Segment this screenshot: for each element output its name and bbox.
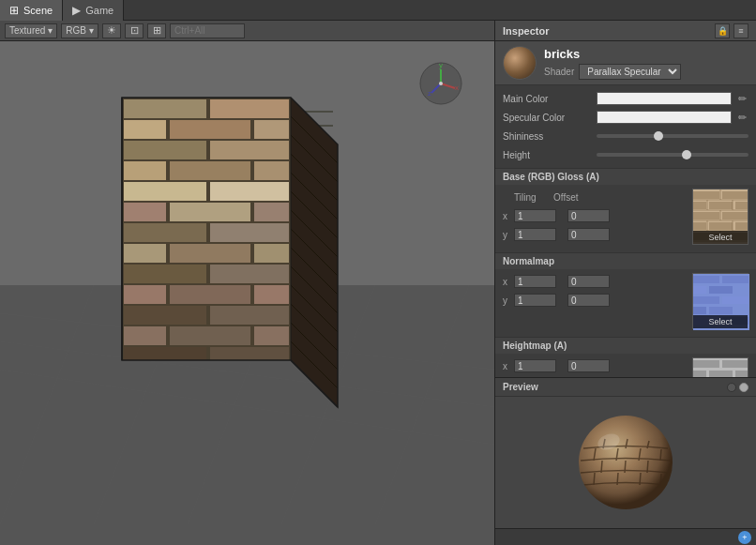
base-x-label: x <box>503 211 510 221</box>
svg-rect-45 <box>124 285 166 304</box>
svg-rect-51 <box>170 326 250 345</box>
tab-scene[interactable]: ⊞ Scene <box>0 0 63 21</box>
svg-rect-33 <box>124 182 206 201</box>
svg-rect-86 <box>709 202 733 209</box>
normalmap-params: x y <box>503 273 685 329</box>
viewport-canvas: y x z <box>0 41 494 545</box>
inspector-header: Inspector 🔒 ≡ <box>495 21 756 41</box>
grid-btn[interactable]: ⊞ <box>147 23 166 38</box>
svg-rect-49 <box>210 306 289 325</box>
viewport-mode-label: Textured <box>9 25 45 36</box>
svg-rect-24 <box>210 99 289 118</box>
heightmap-offset-x-input[interactable] <box>567 359 610 372</box>
heightmap-content: x y <box>495 354 756 377</box>
svg-rect-87 <box>735 202 748 209</box>
shader-dropdown[interactable]: Parallax Specular <box>579 64 681 80</box>
svg-rect-34 <box>210 182 289 201</box>
normalmap-tiling-x-input[interactable] <box>514 275 556 288</box>
material-shader-row: Shader Parallax Specular <box>544 64 748 80</box>
heightmap-params: x y <box>503 357 685 377</box>
normalmap-thumb[interactable]: Select <box>692 273 748 329</box>
svg-rect-28 <box>124 141 206 159</box>
base-offset-y-input[interactable] <box>567 228 610 241</box>
normalmap-x-row: x <box>503 273 685 290</box>
base-offset-x-input[interactable] <box>567 209 610 222</box>
svg-line-145 <box>640 473 641 485</box>
svg-rect-26 <box>170 120 250 139</box>
material-info: bricks Shader Parallax Specular <box>544 47 748 80</box>
bottom-bar: + <box>495 528 756 545</box>
main-layout: Textured ▾ RGB ▾ ☀ ⊡ ⊞ <box>0 21 756 545</box>
main-color-value: ✏ <box>597 92 748 105</box>
inspector-menu-btn[interactable]: ≡ <box>733 23 748 38</box>
svg-rect-53 <box>124 347 206 360</box>
svg-rect-25 <box>124 120 166 139</box>
svg-rect-42 <box>254 244 289 263</box>
specular-color-row: Specular Color ✏ <box>495 108 756 127</box>
svg-rect-40 <box>124 244 166 263</box>
specular-color-swatch[interactable] <box>597 111 732 124</box>
base-tiling-y-input[interactable] <box>514 228 556 241</box>
svg-rect-29 <box>210 141 289 159</box>
material-sphere-icon <box>503 46 537 80</box>
svg-rect-111 <box>709 286 733 294</box>
grid-icon: ⊞ <box>153 24 161 37</box>
preview-header: Preview <box>495 378 756 397</box>
svg-rect-92 <box>735 222 748 230</box>
normalmap-y-label: y <box>503 295 510 306</box>
viewport-mode-dropdown[interactable]: Textured ▾ <box>5 23 57 38</box>
normalmap-select-btn[interactable]: Select <box>693 315 748 328</box>
svg-line-141 <box>625 461 626 473</box>
normalmap-y-row: y <box>503 292 685 309</box>
offset-col-label: Offset <box>546 192 588 203</box>
svg-line-146 <box>660 474 661 485</box>
heightmap-thumb[interactable]: Select <box>692 357 748 377</box>
normalmap-tiling-y-input[interactable] <box>514 294 556 307</box>
tab-scene-label: Scene <box>23 5 53 16</box>
viewport-toolbar: Textured ▾ RGB ▾ ☀ ⊡ ⊞ <box>0 21 494 41</box>
base-texture-select-btn[interactable]: Select <box>693 231 748 244</box>
inspector-lock-btn[interactable]: 🔒 <box>715 23 730 38</box>
normalmap-offset-y-input[interactable] <box>567 294 610 307</box>
inspector-title: Inspector <box>503 25 550 37</box>
preview-light-btn[interactable] <box>739 383 748 392</box>
height-slider[interactable] <box>597 153 748 157</box>
shininess-value <box>597 134 748 138</box>
base-texture-thumb[interactable]: Select <box>692 189 748 245</box>
svg-rect-121 <box>693 371 706 377</box>
base-texture-header: Base (RGB) Gloss (A) <box>495 169 756 185</box>
base-tiling-x-input[interactable] <box>514 209 556 222</box>
search-input[interactable] <box>170 23 245 38</box>
sun-btn[interactable]: ☀ <box>102 23 121 38</box>
main-color-swatch[interactable] <box>597 92 732 105</box>
shininess-slider[interactable] <box>597 134 748 138</box>
colorspace-label: RGB <box>66 25 86 36</box>
preview-dark-btn[interactable] <box>727 383 736 392</box>
svg-text:y: y <box>439 61 443 69</box>
svg-rect-50 <box>124 326 166 345</box>
main-color-row: Main Color ✏ <box>495 89 756 108</box>
tab-game[interactable]: ▶ Game <box>63 0 124 21</box>
specular-color-eyedropper[interactable]: ✏ <box>735 111 748 124</box>
base-y-row: y <box>503 226 685 243</box>
main-color-label: Main Color <box>503 94 597 104</box>
tab-bar: ⊞ Scene ▶ Game <box>0 0 756 21</box>
image-btn[interactable]: ⊡ <box>125 23 144 38</box>
colorspace-dropdown[interactable]: RGB ▾ <box>61 23 98 38</box>
heightmap-tiling-x-input[interactable] <box>514 359 556 372</box>
svg-rect-43 <box>124 265 206 283</box>
svg-rect-41 <box>170 244 250 263</box>
svg-rect-88 <box>693 212 719 220</box>
shininess-row: Shininess <box>495 127 756 145</box>
svg-rect-85 <box>693 202 706 209</box>
normalmap-offset-x-input[interactable] <box>567 275 610 288</box>
main-color-eyedropper[interactable]: ✏ <box>735 92 748 105</box>
svg-line-144 <box>617 473 618 485</box>
heightmap-x-row: x <box>503 357 685 374</box>
material-header: bricks Shader Parallax Specular <box>495 41 756 85</box>
mode-chevron-icon: ▾ <box>48 25 53 36</box>
svg-rect-23 <box>124 99 206 118</box>
height-row: Height <box>495 145 756 164</box>
add-icon[interactable]: + <box>738 531 751 544</box>
normalmap-label: Normalmap <box>503 256 554 266</box>
